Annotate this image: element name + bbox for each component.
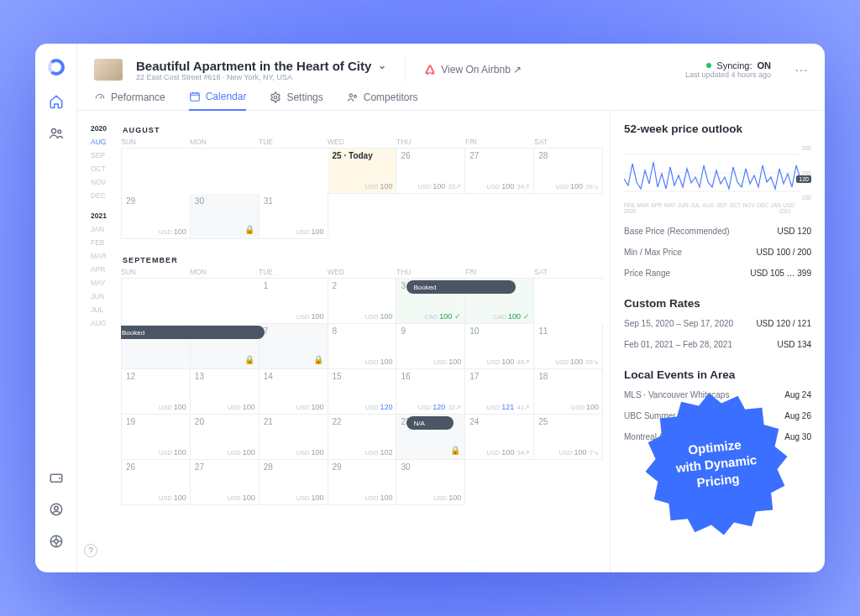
- minimonth[interactable]: NOV: [91, 178, 121, 186]
- booked-pill: Booked: [121, 326, 265, 339]
- calendar-cell[interactable]: 28USD100: [260, 460, 328, 505]
- tab-settings[interactable]: Settings: [270, 91, 322, 110]
- calendar-cell[interactable]: 29USD100: [122, 194, 191, 239]
- calendar-cell[interactable]: 15USD120: [328, 369, 397, 415]
- calendar-cell[interactable]: 19USD100: [122, 415, 191, 460]
- minimonth[interactable]: MAR: [91, 252, 121, 260]
- listing-dropdown[interactable]: Beautiful Apartment in the Heart of City…: [136, 59, 386, 81]
- calendar-cell[interactable]: 25 · TodayUSD100: [328, 149, 397, 194]
- minimonth[interactable]: OCT: [91, 164, 121, 173]
- minimonth[interactable]: DEC: [91, 191, 121, 200]
- tab-calendar[interactable]: Calendar: [189, 91, 247, 111]
- last-updated: Last updated 4 hours ago: [685, 70, 771, 79]
- minimonth[interactable]: AUG: [91, 138, 121, 146]
- calendar-cell[interactable]: 11USD10029↘: [534, 324, 603, 369]
- calendar-cell[interactable]: 17USD12141↗: [465, 369, 534, 415]
- calendar-cell[interactable]: 18USD100: [534, 369, 603, 415]
- view-on-airbnb-label: View On Airbnb ↗: [441, 64, 522, 76]
- check-icon: ✓: [523, 312, 530, 321]
- lock-icon: 🔒: [244, 355, 254, 364]
- svg-point-4: [54, 506, 58, 510]
- calendar-cell[interactable]: 5Booked: [122, 324, 191, 369]
- outlook-title: 52-week price outlook: [624, 123, 811, 135]
- divider: [405, 57, 406, 82]
- dow-header: SUNMON TUEWED THUFRI SAT: [121, 268, 603, 278]
- promo-badge[interactable]: Optimize with Dynamic Pricing: [638, 386, 795, 543]
- calendar-cell[interactable]: 1USD100: [260, 279, 328, 324]
- profile-icon[interactable]: [47, 500, 66, 519]
- chart-x-axis: FEBMAR APRMAY JUNJUL AUGSEP OCTNOV DECJA…: [624, 202, 811, 208]
- calendar-cell: [122, 149, 191, 194]
- minimonth[interactable]: MAY: [91, 279, 121, 287]
- support-icon[interactable]: [47, 532, 66, 551]
- custom-rate-row[interactable]: Sep 15, 2020 – Sep 17, 2020 USD 120 / 12…: [624, 316, 811, 331]
- calendar-cell[interactable]: 14USD100: [260, 369, 328, 415]
- calendar-cell: [534, 279, 603, 324]
- calendar-cell[interactable]: 20USD100: [191, 415, 260, 460]
- calendar-cell[interactable]: 26USD100: [122, 460, 191, 505]
- app-window: Beautiful Apartment in the Heart of City…: [35, 44, 825, 572]
- listing-subtitle: 22 East Cost Street #618 · New York, NY,…: [136, 73, 386, 81]
- calendar-cell: [191, 279, 260, 324]
- minimonth[interactable]: FEB: [91, 238, 121, 247]
- calendar-cell[interactable]: 7🔒: [260, 324, 328, 369]
- tab-performance[interactable]: Peformance: [94, 91, 165, 110]
- calendar-cell[interactable]: 2USD100: [328, 279, 397, 324]
- calendar-cell: [396, 194, 465, 239]
- tab-competitors[interactable]: Competitors: [347, 91, 418, 110]
- calendar-cell[interactable]: 9USD100: [396, 324, 465, 369]
- calendar-cell[interactable]: 24USD10034↗: [465, 415, 534, 460]
- svg-rect-7: [190, 93, 199, 101]
- help-icon[interactable]: ?: [84, 544, 97, 557]
- calendar-cell[interactable]: 30🔒: [191, 194, 260, 239]
- calendar-cell[interactable]: 22USD102: [328, 415, 397, 460]
- minimonth[interactable]: SEP: [91, 151, 121, 159]
- minimonth[interactable]: AUG: [91, 319, 121, 327]
- calendar-cell[interactable]: 12USD100: [122, 369, 191, 415]
- airbnb-icon: [424, 64, 436, 76]
- booked-pill: Booked: [406, 280, 515, 294]
- view-on-airbnb-link[interactable]: View On Airbnb ↗: [424, 64, 522, 76]
- chart-y-axis: 300 200 100: [801, 145, 811, 201]
- custom-rate-row[interactable]: Feb 01, 2021 – Feb 28, 2021 USD 134: [624, 337, 811, 352]
- minimonth[interactable]: JUL: [91, 305, 121, 314]
- people-icon[interactable]: [47, 124, 66, 143]
- chevron-down-icon: ⌄: [378, 60, 386, 71]
- svg-point-0: [51, 128, 55, 133]
- sync-status-dot-icon: [706, 63, 711, 68]
- calendar-cell[interactable]: 10USD10048↗: [465, 324, 534, 369]
- home-icon[interactable]: [47, 92, 66, 111]
- svg-point-8: [275, 96, 278, 99]
- calendar-cell[interactable]: 25USD1007↘: [534, 415, 603, 460]
- syncing-label: Syncing:: [716, 60, 752, 70]
- calendar-cell[interactable]: 27USD100: [191, 460, 260, 505]
- wallet-icon[interactable]: [47, 468, 66, 487]
- minimonth[interactable]: JAN: [91, 225, 121, 233]
- calendar-cell[interactable]: 23🔒N/A: [396, 415, 465, 460]
- calendar-cell[interactable]: 3CAD100✓Booked: [396, 279, 465, 324]
- left-rail: [35, 44, 77, 572]
- calendar-cell[interactable]: 31USD100: [260, 194, 328, 239]
- more-menu-icon[interactable]: ⋯: [794, 62, 808, 78]
- header: Beautiful Apartment in the Heart of City…: [77, 44, 825, 82]
- competitors-icon: [347, 91, 359, 103]
- calendar-cell[interactable]: 26USD10033↗: [396, 149, 465, 194]
- calendar-cell: [465, 194, 534, 239]
- calendar-cell[interactable]: 28USD10026↘: [534, 149, 603, 194]
- lock-icon: 🔒: [450, 446, 460, 455]
- calendar-cell[interactable]: 8USD100: [328, 324, 397, 369]
- dow-header: SUNMON TUEWED THUFRI SAT: [121, 138, 603, 148]
- tabs: Peformance Calendar Settings Competitors: [77, 82, 825, 111]
- calendar-cell[interactable]: 13USD100: [191, 369, 260, 415]
- app-logo-icon: [48, 59, 65, 76]
- calendar-cell[interactable]: 21USD100: [260, 415, 328, 460]
- minimonth[interactable]: APR: [91, 265, 121, 274]
- minimonth[interactable]: JUN: [91, 292, 121, 300]
- svg-point-1: [57, 130, 60, 133]
- calendar-cell[interactable]: 16USD12032↗: [396, 369, 465, 415]
- calendar-cell[interactable]: 27USD10034↗: [465, 149, 534, 194]
- lock-icon: 🔒: [313, 355, 323, 364]
- calendar-cell[interactable]: 30USD100: [396, 460, 465, 505]
- syncing-state: ON: [758, 60, 772, 70]
- calendar-cell[interactable]: 29USD100: [328, 460, 397, 505]
